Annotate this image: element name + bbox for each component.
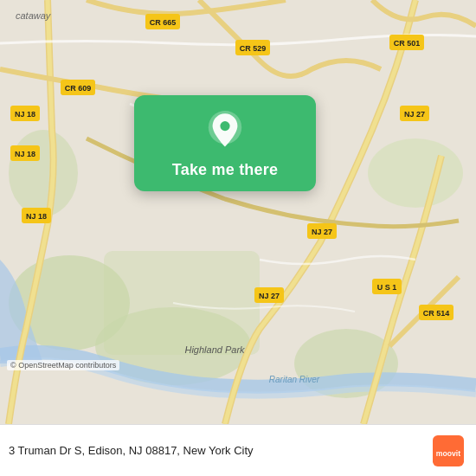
svg-text:CR 514: CR 514 — [423, 309, 450, 318]
svg-text:NJ 27: NJ 27 — [259, 292, 280, 300]
svg-text:CR 529: CR 529 — [240, 44, 267, 53]
svg-text:NJ 18: NJ 18 — [15, 150, 35, 158]
svg-text:NJ 18: NJ 18 — [15, 110, 35, 119]
svg-point-35 — [220, 121, 229, 131]
svg-text:moovit: moovit — [436, 449, 460, 458]
svg-text:CR 665: CR 665 — [150, 18, 177, 27]
map-container: CR 665 CR 529 CR 501 CR 609 NJ 18 NJ 18 … — [0, 0, 476, 424]
moovit-icon: moovit — [433, 435, 464, 466]
svg-text:U S 1: U S 1 — [377, 283, 397, 292]
svg-text:NJ 27: NJ 27 — [404, 110, 425, 119]
svg-text:NJ 18: NJ 18 — [26, 212, 47, 221]
svg-point-5 — [9, 130, 78, 216]
svg-text:Raritan River: Raritan River — [269, 375, 320, 384]
svg-text:NJ 27: NJ 27 — [312, 228, 332, 236]
bottom-bar: 3 Truman Dr S, Edison, NJ 08817, New Yor… — [0, 424, 476, 476]
moovit-logo: moovit — [433, 435, 464, 466]
svg-text:Highland Park: Highland Park — [184, 344, 245, 355]
svg-text:cataway: cataway — [16, 10, 52, 21]
svg-text:CR 501: CR 501 — [394, 39, 421, 48]
osm-attribution: © OpenStreetMap contributors — [7, 360, 119, 370]
svg-point-4 — [368, 138, 463, 208]
svg-rect-6 — [104, 251, 260, 355]
address-text: 3 Truman Dr S, Edison, NJ 08817, New Yor… — [9, 444, 433, 457]
location-pin-icon — [204, 111, 246, 152]
take-me-there-button[interactable]: Take me there — [172, 161, 278, 179]
location-card[interactable]: Take me there — [134, 95, 316, 191]
svg-text:CR 609: CR 609 — [65, 84, 92, 93]
